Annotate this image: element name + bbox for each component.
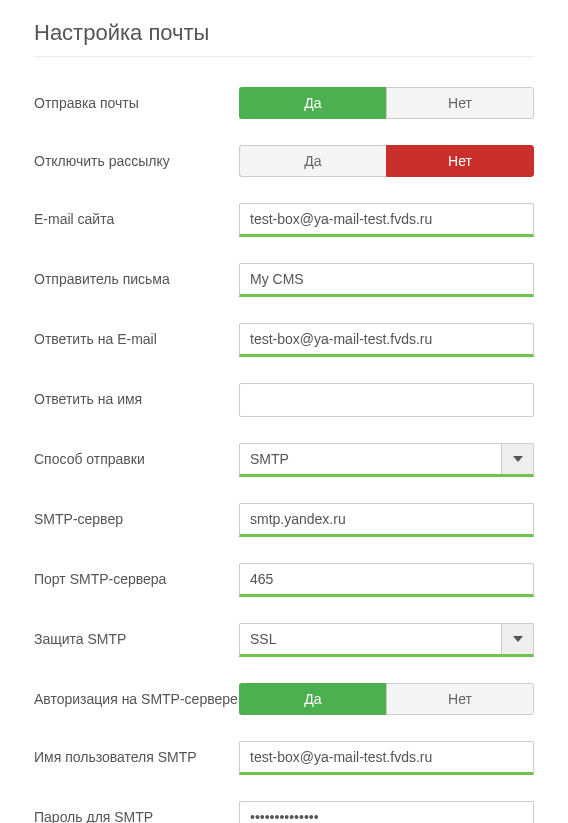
- row-sender-name: Отправитель письма: [34, 263, 534, 297]
- row-site-email: E-mail сайта: [34, 203, 534, 237]
- page-title: Настройка почты: [34, 20, 534, 46]
- row-smtp-server: SMTP-сервер: [34, 503, 534, 537]
- sender-name-input[interactable]: [239, 263, 534, 297]
- site-email-input[interactable]: [239, 203, 534, 237]
- row-send-method: Способ отправки SMTP: [34, 443, 534, 477]
- smtp-user-input[interactable]: [239, 741, 534, 775]
- reply-to-name-input[interactable]: [239, 383, 534, 417]
- label-smtp-security: Защита SMTP: [34, 623, 239, 648]
- toggle-smtp-auth-yes[interactable]: Да: [239, 683, 386, 715]
- row-reply-to-name: Ответить на имя: [34, 383, 534, 417]
- smtp-pass-input[interactable]: [239, 801, 534, 823]
- toggle-send-mail-yes[interactable]: Да: [239, 87, 386, 119]
- label-site-email: E-mail сайта: [34, 203, 239, 228]
- reply-to-email-input[interactable]: [239, 323, 534, 357]
- label-smtp-auth: Авторизация на SMTP-сервере: [34, 683, 239, 708]
- toggle-disable-newsletter: Да Нет: [239, 145, 534, 177]
- label-send-mail: Отправка почты: [34, 87, 239, 112]
- send-method-select[interactable]: SMTP: [239, 443, 534, 477]
- send-method-arrow[interactable]: [501, 444, 533, 474]
- toggle-send-mail-no[interactable]: Нет: [386, 87, 534, 119]
- smtp-port-input[interactable]: [239, 563, 534, 597]
- label-smtp-pass: Пароль для SMTP: [34, 801, 239, 823]
- row-smtp-user: Имя пользователя SMTP: [34, 741, 534, 775]
- toggle-smtp-auth-no[interactable]: Нет: [386, 683, 534, 715]
- label-smtp-port: Порт SMTP-сервера: [34, 563, 239, 588]
- caret-down-icon: [513, 456, 523, 462]
- row-send-mail: Отправка почты Да Нет: [34, 87, 534, 119]
- toggle-disable-newsletter-no[interactable]: Нет: [386, 145, 534, 177]
- row-smtp-port: Порт SMTP-сервера: [34, 563, 534, 597]
- send-method-value: SMTP: [240, 444, 501, 474]
- label-reply-to-email: Ответить на E-mail: [34, 323, 239, 348]
- row-disable-newsletter: Отключить рассылку Да Нет: [34, 145, 534, 177]
- smtp-security-arrow[interactable]: [501, 624, 533, 654]
- label-send-method: Способ отправки: [34, 443, 239, 468]
- smtp-security-value: SSL: [240, 624, 501, 654]
- row-smtp-auth: Авторизация на SMTP-сервере Да Нет: [34, 683, 534, 715]
- title-separator: [34, 56, 534, 57]
- smtp-security-select[interactable]: SSL: [239, 623, 534, 657]
- toggle-disable-newsletter-yes[interactable]: Да: [239, 145, 386, 177]
- label-smtp-user: Имя пользователя SMTP: [34, 741, 239, 766]
- label-reply-to-name: Ответить на имя: [34, 383, 239, 408]
- label-sender-name: Отправитель письма: [34, 263, 239, 288]
- row-smtp-pass: Пароль для SMTP: [34, 801, 534, 823]
- toggle-send-mail: Да Нет: [239, 87, 534, 119]
- row-reply-to-email: Ответить на E-mail: [34, 323, 534, 357]
- smtp-server-input[interactable]: [239, 503, 534, 537]
- label-disable-newsletter: Отключить рассылку: [34, 145, 239, 170]
- label-smtp-server: SMTP-сервер: [34, 503, 239, 528]
- toggle-smtp-auth: Да Нет: [239, 683, 534, 715]
- caret-down-icon: [513, 636, 523, 642]
- row-smtp-security: Защита SMTP SSL: [34, 623, 534, 657]
